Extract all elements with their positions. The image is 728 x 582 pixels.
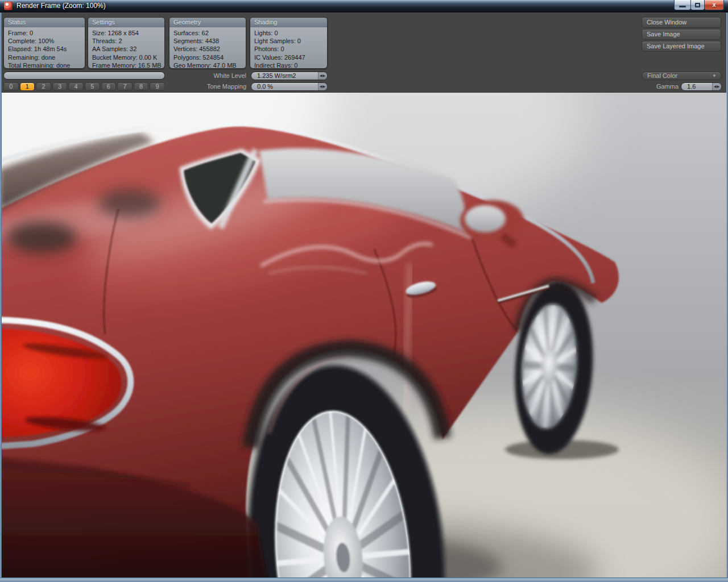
chevron-down-icon: ▼ [712, 72, 717, 80]
gamma-stepper-icon[interactable]: ◀▶ [712, 83, 721, 90]
geometry-polygons: Polygons: 524854 [173, 53, 242, 61]
status-remaining: Remaining: done [8, 53, 81, 61]
maximize-button[interactable] [690, 0, 705, 10]
tone-mapping-field[interactable]: 0.0 % ◀▶ [251, 82, 328, 91]
white-level-field[interactable]: 1.235 W/srm2 ◀▶ [251, 72, 328, 80]
minimize-button[interactable] [674, 0, 691, 10]
minimize-icon [679, 6, 686, 7]
window-title: Render Frame (Zoom: 100%) [16, 2, 106, 10]
geometry-vertices: Vertices: 455882 [173, 45, 242, 53]
shading-ic-values: IC Values: 269447 [254, 53, 323, 61]
status-frame: Frame: 0 [8, 29, 81, 37]
gamma-label: Gamma [624, 82, 679, 91]
tone-mapping-label: Tone Mapping [167, 82, 246, 91]
status-complete: Complete: 100% [8, 37, 81, 45]
shading-indirect-rays: Indirect Rays: 0 [254, 61, 323, 69]
frame-slot-7[interactable]: 7 [117, 82, 133, 91]
tone-mapping-value: 0.0 % [257, 83, 273, 90]
render-image [2, 93, 726, 577]
status-elapsed: Elapsed: 1h 48m 54s [8, 45, 81, 53]
save-image-button[interactable]: Save Image [642, 29, 721, 40]
frame-slot-3[interactable]: 3 [52, 82, 68, 91]
shading-lights: Lights: 0 [254, 29, 323, 37]
white-level-label: White Level [167, 72, 246, 80]
window-border-bottom [0, 577, 728, 582]
geometry-panel: Geometry Surfaces: 62 Segments: 4438 Ver… [169, 17, 246, 69]
white-level-value: 1.235 W/srm2 [257, 72, 296, 80]
close-icon: x [712, 1, 715, 8]
close-button[interactable]: x [704, 0, 724, 10]
settings-threads: Threads: 2 [92, 37, 160, 45]
settings-size: Size: 1268 x 854 [92, 29, 160, 37]
settings-frame-memory: Frame Memory: 16.5 MB [92, 61, 160, 69]
gamma-field[interactable]: 1.6 ◀▶ [681, 82, 722, 91]
settings-bucket-memory: Bucket Memory: 0.00 K [92, 53, 160, 61]
render-viewport[interactable] [2, 93, 726, 577]
geometry-panel-title: Geometry [169, 18, 246, 27]
frame-slot-row: 0 1 2 3 4 5 6 7 8 9 [3, 82, 165, 91]
settings-aa-samples: AA Samples: 32 [92, 45, 160, 53]
status-panel-title: Status [4, 18, 85, 27]
frame-slot-9[interactable]: 9 [150, 82, 165, 91]
settings-panel-title: Settings [88, 18, 164, 27]
shading-light-samples: Light Samples: 0 [254, 37, 323, 45]
save-layered-image-button[interactable]: Save Layered Image [642, 41, 721, 52]
gamma-value: 1.6 [687, 83, 696, 90]
frame-slot-4[interactable]: 4 [68, 82, 84, 91]
frame-slot-1[interactable]: 1 [20, 82, 35, 91]
frame-slot-0[interactable]: 0 [3, 82, 19, 91]
status-total-remaining: Total Remaining: done [8, 61, 81, 69]
shading-panel: Shading Lights: 0 Light Samples: 0 Photo… [250, 17, 328, 69]
frame-slot-2[interactable]: 2 [36, 82, 51, 91]
close-window-button[interactable]: Close Window [642, 17, 721, 28]
toolbar: Status Frame: 0 Complete: 100% Elapsed: … [2, 13, 726, 93]
render-progress-bar [3, 72, 165, 80]
geometry-segments: Segments: 4438 [173, 37, 242, 45]
maximize-icon [695, 3, 700, 7]
status-panel: Status Frame: 0 Complete: 100% Elapsed: … [3, 17, 85, 69]
tone-mapping-stepper-icon[interactable]: ◀▶ [318, 83, 327, 90]
app-icon [4, 2, 13, 10]
output-mode-value: Final Color [647, 72, 677, 79]
frame-slot-8[interactable]: 8 [134, 82, 149, 91]
render-frame-window: Render Frame (Zoom: 100%) x Status Frame… [0, 0, 728, 582]
geometry-surfaces: Surfaces: 62 [173, 29, 242, 37]
titlebar[interactable]: Render Frame (Zoom: 100%) x [0, 0, 728, 13]
geometry-geo-memory: Geo Memory: 47.0 MB [173, 61, 242, 69]
frame-slot-5[interactable]: 5 [85, 82, 100, 91]
settings-panel: Settings Size: 1268 x 854 Threads: 2 AA … [88, 17, 165, 69]
shading-panel-title: Shading [250, 18, 327, 27]
white-level-stepper-icon[interactable]: ◀▶ [318, 72, 327, 80]
frame-slot-6[interactable]: 6 [101, 82, 117, 91]
shading-photons: Photons: 0 [254, 45, 323, 53]
output-mode-dropdown[interactable]: Final Color ▼ [642, 72, 722, 80]
